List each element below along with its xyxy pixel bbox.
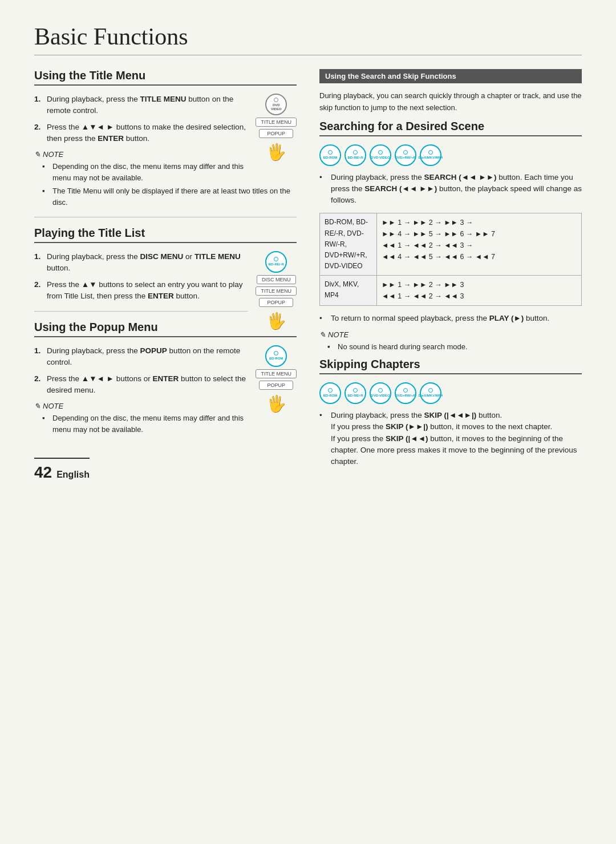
- title-menu-step-1: 1. During playback, press the TITLE MENU…: [34, 94, 248, 117]
- page-title: Basic Functions: [34, 23, 582, 55]
- bd-re-icon: BD-RE/-R: [265, 251, 287, 273]
- search-skip-highlight: Using the Search and Skip Functions: [319, 69, 582, 83]
- bd-rom-skip-icon: BD-ROM: [319, 382, 341, 404]
- title-menu-button-3: TITLE MENU: [256, 369, 297, 378]
- popup-button-1: POPUP: [259, 129, 293, 138]
- title-menu-icons: DVDVIDEO TITLE MENU POPUP 🖐: [256, 94, 297, 161]
- bd-rom-search-icon: BD-ROM: [319, 144, 341, 166]
- divx-skip-icon: DivX/MKV/MP4: [420, 382, 441, 404]
- popup-button-3: POPUP: [259, 381, 293, 390]
- dvd-rw-skip-icon: DVD+RW/+R: [395, 382, 416, 404]
- popup-menu-icons: BD-ROM TITLE MENU POPUP 🖐: [256, 345, 297, 413]
- divx-search-icon: DivX/MKV/MP4: [420, 144, 441, 166]
- search-bullet-2: To return to normal speed playback, pres…: [319, 313, 582, 324]
- table-cell-speed-2: ►► 1 → ►► 2 → ►► 3 ◄◄ 1 → ◄◄ 2 → ◄◄ 3: [377, 276, 582, 306]
- title-menu-button-2: TITLE MENU: [256, 286, 297, 296]
- skip-disc-icons: BD-ROM BD-RE/-R DVD-VIDEO DVD+RW/+R DivX…: [319, 382, 582, 404]
- section-skipping: Skipping Chapters BD-ROM BD-RE/-R DVD-VI…: [319, 358, 582, 467]
- search-heading: Searching for a Desired Scene: [319, 120, 582, 136]
- table-row: BD-ROM, BD-RE/-R, DVD-RW/-R, DVD+RW/+R, …: [320, 213, 582, 276]
- title-list-heading: Playing the Title List: [34, 227, 297, 243]
- popup-step-2: 2. Press the ▲▼◄ ► buttons or ENTER butt…: [34, 373, 248, 397]
- dvd-video-skip-icon: DVD-VIDEO: [370, 382, 391, 404]
- hand-icon-2: 🖐: [266, 312, 286, 330]
- note-item: No sound is heard during search mode.: [327, 341, 582, 353]
- search-bullet-1: During playback, press the SEARCH (◄◄ ►►…: [319, 172, 582, 207]
- title-list-step-1: 1. During playback, press the DISC MENU …: [34, 251, 248, 274]
- note-item: Depending on the disc, the menu items ma…: [42, 161, 248, 183]
- popup-button-2: POPUP: [259, 298, 293, 307]
- disc-menu-button: DISC MENU: [257, 275, 296, 284]
- search-note: ✎ NOTE No sound is heard during search m…: [319, 330, 582, 353]
- skipping-heading: Skipping Chapters: [319, 358, 582, 374]
- table-cell-disc-2: DivX, MKV, MP4: [320, 276, 377, 306]
- section-title-list: Playing the Title List BD-RE/-R DISC MEN…: [34, 227, 297, 302]
- dvd-video-icon: DVDVIDEO: [265, 94, 287, 115]
- right-column: Using the Search and Skip Functions Duri…: [319, 69, 582, 482]
- hand-icon-1: 🖐: [266, 143, 286, 161]
- search-skip-intro: During playback, you can search quickly …: [319, 90, 582, 114]
- left-column: Using the Title Menu DVDVIDEO TITLE MENU…: [34, 69, 297, 482]
- title-list-step-2: 2. Press the ▲▼ buttons to select an ent…: [34, 279, 248, 302]
- page-number: 42 English: [34, 458, 90, 482]
- title-menu-step-2: 2. Press the ▲▼◄ ► buttons to make the d…: [34, 122, 248, 145]
- popup-step-1: 1. During playback, press the POPUP butt…: [34, 345, 248, 369]
- skip-bullet: During playback, press the SKIP (|◄◄►|) …: [319, 410, 582, 467]
- search-speed-table: BD-ROM, BD-RE/-R, DVD-RW/-R, DVD+RW/+R, …: [319, 213, 582, 306]
- title-list-icons: BD-RE/-R DISC MENU TITLE MENU POPUP 🖐: [256, 251, 297, 330]
- table-cell-disc-1: BD-ROM, BD-RE/-R, DVD-RW/-R, DVD+RW/+R, …: [320, 213, 377, 276]
- title-menu-button: TITLE MENU: [256, 118, 297, 127]
- section-popup-menu: Using the Popup Menu BD-ROM TITLE MENU P…: [34, 321, 297, 435]
- dvd-rw-search-icon: DVD+RW/+R: [395, 144, 416, 166]
- bd-re-search-icon: BD-RE/-R: [345, 144, 366, 166]
- hand-icon-3: 🖐: [266, 394, 286, 413]
- table-cell-speed-1: ►► 1 → ►► 2 → ►► 3 → ►► 4 → ►► 5 → ►► 6 …: [377, 213, 582, 276]
- dvd-video-search-icon: DVD-VIDEO: [370, 144, 391, 166]
- bd-rom-icon-left: BD-ROM: [265, 345, 287, 367]
- note-item: Depending on the disc, the menu items ma…: [42, 413, 248, 435]
- bd-re-skip-icon: BD-RE/-R: [345, 382, 366, 404]
- title-menu-heading: Using the Title Menu: [34, 69, 297, 86]
- section-title-menu: Using the Title Menu DVDVIDEO TITLE MENU…: [34, 69, 297, 208]
- section-search: Searching for a Desired Scene BD-ROM BD-…: [319, 120, 582, 352]
- note-item: The Title Menu will only be displayed if…: [42, 185, 297, 208]
- table-row: DivX, MKV, MP4 ►► 1 → ►► 2 → ►► 3 ◄◄ 1 →…: [320, 276, 582, 306]
- search-disc-icons: BD-ROM BD-RE/-R DVD-VIDEO DVD+RW/+R DivX…: [319, 144, 582, 166]
